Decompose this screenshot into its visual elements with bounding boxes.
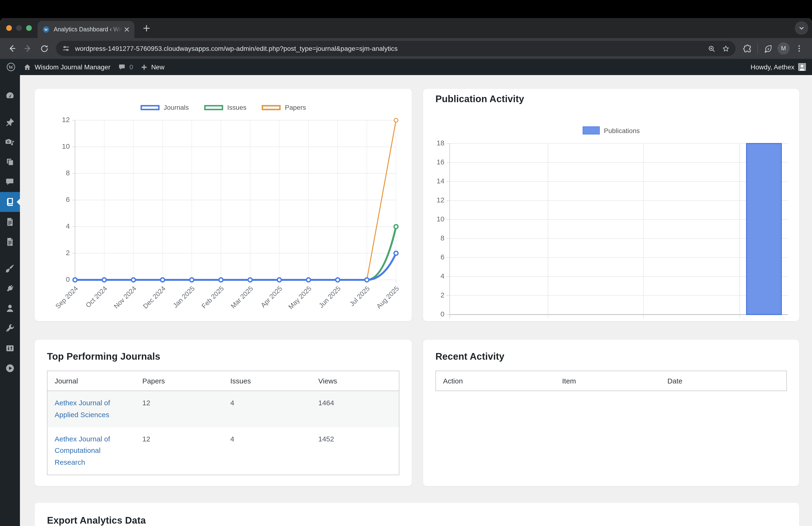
analytics-page-content: JournalsIssuesPapers Sep 2024Oct 2024Nov…: [20, 75, 812, 526]
macos-menubar-area: [0, 0, 812, 18]
new-content-menu[interactable]: New: [141, 59, 164, 75]
browser-tab[interactable]: W Analytics Dashboard ‹ Wisdo: [38, 21, 134, 38]
browser-profile-avatar[interactable]: M: [777, 42, 790, 55]
wp-admin-bar: W Wisdom Journal Manager 0 New: [0, 59, 812, 75]
document-icon: [5, 217, 15, 227]
sidebar-item-appearance[interactable]: [0, 258, 20, 279]
top-journals-table: JournalPapersIssuesViews Aethex Journal …: [47, 371, 400, 475]
document-icon: [5, 237, 15, 246]
growth-line-chart: Sep 2024Oct 2024Nov 2024Dec 2024Jan 2025…: [35, 89, 412, 321]
top-journals-card: Top Performing Journals JournalPapersIss…: [35, 340, 412, 486]
sidebar-item-dashboard[interactable]: [0, 86, 20, 105]
sidebar-item-plugins[interactable]: [0, 279, 20, 298]
energy-saver-icon[interactable]: [760, 40, 776, 57]
column-header: Papers: [135, 371, 223, 391]
svg-text:W: W: [9, 65, 14, 70]
comments-menu[interactable]: 0: [118, 59, 133, 75]
x-tick-label: Jul 2025: [348, 285, 371, 308]
home-icon: [23, 63, 31, 71]
zoom-page-icon[interactable]: [704, 41, 719, 56]
y-tick-label: 6: [66, 196, 70, 203]
x-tick-label: May 2025: [287, 285, 313, 311]
x-tick-label: Dec 2024: [142, 285, 167, 310]
journal-link[interactable]: Aethex Journal of Applied Sciences: [55, 399, 110, 418]
recent-activity-card: Recent Activity ActionItemDate: [423, 340, 799, 486]
close-window-button[interactable]: [6, 25, 12, 31]
tab-title: Analytics Dashboard ‹ Wisdo: [54, 26, 122, 33]
minimize-window-button[interactable]: [16, 25, 22, 31]
wp-logo-menu[interactable]: W: [6, 59, 16, 75]
y-tick-label: 4: [66, 222, 70, 230]
wrench-icon: [5, 324, 15, 333]
sidebar-item-papers-doc[interactable]: [0, 212, 20, 232]
y-tick-label: 10: [62, 142, 70, 150]
plug-icon: [5, 284, 15, 293]
user-avatar[interactable]: [798, 63, 806, 71]
zoom-window-button[interactable]: [26, 25, 32, 31]
screen: W Analytics Dashboard ‹ Wisdo: [0, 0, 812, 526]
sidebar-item-comments[interactable]: [0, 172, 20, 192]
wordpress-favicon-icon: W: [42, 26, 50, 33]
plus-icon: [141, 63, 148, 71]
sidebar-item-journals[interactable]: [0, 192, 20, 212]
x-tick-label: Sep 2024: [54, 285, 79, 310]
tab-search-button[interactable]: [795, 22, 808, 35]
browser-window: W Analytics Dashboard ‹ Wisdo: [0, 18, 812, 526]
window-controls: [6, 25, 32, 31]
reload-button[interactable]: [36, 40, 52, 57]
new-label: New: [151, 63, 164, 71]
x-tick-label: Mar 2025: [229, 285, 255, 310]
sidebar-item-issues-doc[interactable]: [0, 232, 20, 252]
bookmark-star-icon[interactable]: [719, 41, 733, 56]
x-tick-label: Feb 2025: [200, 285, 225, 310]
table-cell: 1464: [311, 391, 400, 427]
new-tab-button[interactable]: [141, 22, 152, 34]
forward-button[interactable]: [20, 40, 36, 57]
address-bar[interactable]: wordpress-1491277-5760953.cloudwaysapps.…: [56, 41, 736, 56]
back-button[interactable]: [4, 40, 20, 57]
comment-count: 0: [129, 63, 133, 71]
site-name: Wisdom Journal Manager: [35, 63, 111, 71]
y-tick-label: 14: [437, 177, 445, 185]
pin-icon: [5, 117, 15, 127]
url-text: wordpress-1491277-5760953.cloudwaysapps.…: [75, 45, 704, 52]
x-tick-label: Aug 2025: [375, 285, 401, 310]
brush-icon: [5, 264, 15, 273]
sidebar-item-media-play[interactable]: [0, 358, 20, 378]
play-circle-icon: [5, 364, 15, 373]
sidebar-item-media[interactable]: [0, 132, 20, 152]
x-tick-label: Apr 2025: [259, 285, 284, 309]
column-header: Action: [436, 371, 555, 391]
sidebar-item-settings[interactable]: [0, 338, 20, 358]
journal-link[interactable]: Aethex Journal of Computational Research: [55, 435, 110, 466]
table-cell: 12: [135, 391, 223, 427]
x-tick-label: Jun 2025: [317, 285, 342, 309]
column-header: Views: [311, 371, 400, 391]
table-cell: 4: [223, 427, 311, 475]
wordpress-logo-icon: W: [6, 62, 16, 72]
tab-close-icon[interactable]: [122, 25, 131, 33]
sidebar-item-posts[interactable]: [0, 112, 20, 132]
sidebar-item-pages[interactable]: [0, 152, 20, 172]
dashboard-icon: [5, 91, 15, 100]
visit-site-menu[interactable]: Wisdom Journal Manager: [23, 59, 111, 75]
howdy-text[interactable]: Howdy, Aethex: [751, 63, 795, 71]
publications-bar: [746, 143, 781, 315]
table-row: Aethex Journal of Applied Sciences124146…: [47, 391, 399, 427]
media-icon: [5, 137, 15, 147]
extensions-icon[interactable]: [739, 40, 755, 57]
site-settings-icon[interactable]: [62, 44, 70, 53]
y-tick-label: 12: [437, 196, 445, 204]
y-tick-label: 4: [440, 272, 445, 280]
user-icon: [5, 304, 15, 313]
svg-text:W: W: [44, 28, 48, 32]
sidebar-item-users[interactable]: [0, 298, 20, 318]
sidebar-item-tools[interactable]: [0, 318, 20, 338]
browser-menu-icon[interactable]: [791, 40, 807, 57]
column-header: Date: [660, 371, 787, 391]
sliders-icon: [5, 343, 15, 353]
column-header: Journal: [47, 371, 135, 391]
publication-bar-chart: 024681012141618: [423, 89, 799, 321]
wp-admin-menu: [0, 75, 20, 526]
growth-chart-card: JournalsIssuesPapers Sep 2024Oct 2024Nov…: [35, 89, 412, 321]
